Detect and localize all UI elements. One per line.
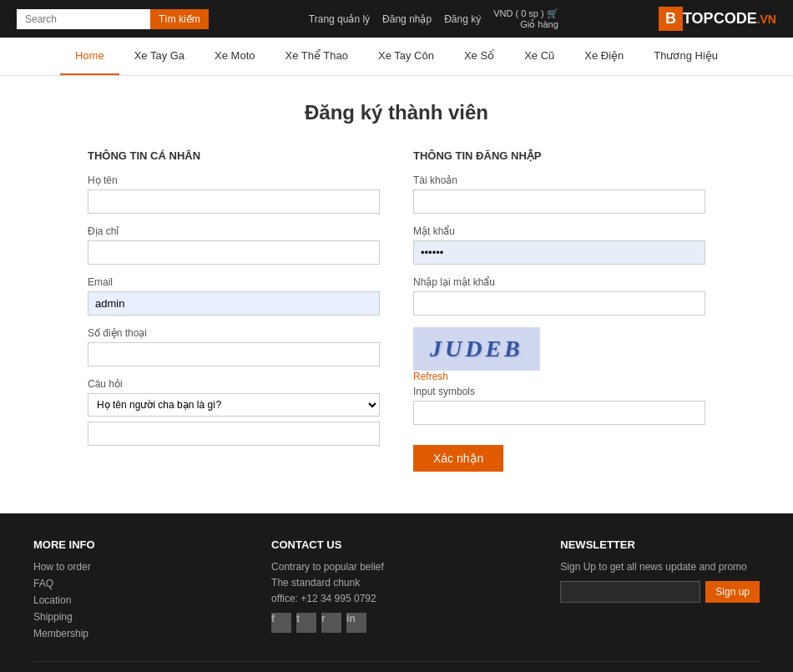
captcha-refresh-link[interactable]: Refresh (413, 371, 705, 382)
email-group: Email (88, 276, 380, 316)
footer-more-info: MORE INFO How to order FAQ Location Ship… (33, 538, 95, 644)
mat-khau-label: Mật khẩu (413, 225, 705, 237)
captcha-text: JUDEB (430, 336, 523, 361)
captcha-image: JUDEB (413, 327, 540, 371)
cau-hoi-answer-input[interactable] (88, 422, 380, 446)
cau-hoi-group: Câu hỏi Họ tên người cha bạn là gì? (88, 378, 380, 446)
mat-khau-input[interactable] (413, 240, 705, 265)
how-to-order-link[interactable]: How to order (33, 561, 95, 573)
footer-grid: MORE INFO How to order FAQ Location Ship… (33, 538, 760, 644)
search-form: Tìm kiếm (17, 9, 209, 29)
so-dien-thoai-label: Số điện thoại (88, 327, 380, 339)
dang-ky-link[interactable]: Đăng ký (444, 13, 481, 25)
footer-bottom: Copyright © TopCode.vn © 2015 New store … (33, 661, 760, 672)
mat-khau-group: Mật khẩu (413, 225, 705, 265)
dia-chi-group: Địa chỉ (88, 225, 380, 265)
twitter-icon[interactable]: t (296, 613, 316, 633)
input-symbols-label: Input symbols (413, 386, 705, 397)
nav-xe-moto[interactable]: Xe Moto (200, 38, 270, 75)
so-dien-thoai-group: Số điện thoại (88, 327, 380, 366)
header-links: Trang quản lý Đăng nhập Đăng ký VND ( 0 … (309, 8, 558, 30)
nhap-lai-mat-khau-input[interactable] (413, 291, 705, 316)
nav-xe-cu[interactable]: Xe Cũ (509, 38, 569, 75)
tai-khoan-group: Tài khoản (413, 174, 705, 214)
contact-line1: Contrary to popular belief (271, 561, 384, 573)
logo-domain: .VN (757, 13, 776, 26)
dia-chi-label: Địa chỉ (88, 225, 380, 237)
nav-xe-tay-con[interactable]: Xe Tay Côn (363, 38, 449, 75)
faq-link[interactable]: FAQ (33, 578, 95, 589)
email-label: Email (88, 276, 380, 288)
newsletter-signup-button[interactable]: Sign up (705, 581, 760, 603)
contact-title: CONTACT US (271, 538, 384, 551)
cart-info: VND ( 0 sp ) 🛒 Giỏ hàng (493, 8, 558, 30)
membership-link[interactable]: Membership (33, 628, 95, 639)
shipping-link[interactable]: Shipping (33, 611, 95, 623)
page-title: Đăng ký thành viên (88, 101, 705, 124)
site-logo[interactable]: B TOPCODE .VN (659, 7, 776, 31)
contact-line2: The standard chunk (271, 577, 384, 589)
logo-topcode: TOPCODE (683, 10, 757, 28)
footer-contact: CONTACT US Contrary to popular belief Th… (271, 538, 384, 644)
form-sections: THÔNG TIN CÁ NHÂN Họ tên Địa chỉ Email S… (88, 149, 705, 472)
linkedin-icon[interactable]: in (346, 613, 366, 633)
more-info-title: MORE INFO (33, 538, 95, 551)
footer-newsletter: NEWSLETTER Sign Up to get all news updat… (560, 538, 760, 644)
cau-hoi-select[interactable]: Họ tên người cha bạn là gì? (88, 393, 380, 417)
captcha-input[interactable] (413, 401, 705, 425)
search-input[interactable] (17, 9, 150, 29)
logo-b: B (659, 7, 683, 31)
tai-khoan-label: Tài khoản (413, 174, 705, 186)
contact-phone: office: +12 34 995 0792 (271, 593, 384, 604)
submit-button[interactable]: Xác nhận (413, 445, 503, 472)
nav-xe-dien[interactable]: Xe Điện (569, 38, 639, 75)
nhap-lai-mat-khau-label: Nhập lại mật khẩu (413, 276, 705, 288)
social-icons: f t r in (271, 613, 384, 638)
search-button[interactable]: Tìm kiếm (150, 9, 209, 29)
personal-info-section: THÔNG TIN CÁ NHÂN Họ tên Địa chỉ Email S… (88, 149, 380, 472)
email-input[interactable] (88, 291, 380, 316)
newsletter-input[interactable] (560, 581, 700, 603)
footer: MORE INFO How to order FAQ Location Ship… (0, 513, 793, 672)
trang-quan-ly-link[interactable]: Trang quản lý (309, 13, 370, 25)
nav-xe-the-thao[interactable]: Xe Thể Thao (270, 38, 363, 75)
newsletter-title: NEWSLETTER (560, 538, 760, 551)
nav-xe-so[interactable]: Xe Số (449, 38, 509, 75)
cau-hoi-label: Câu hỏi (88, 378, 380, 390)
nhap-lai-mat-khau-group: Nhập lại mật khẩu (413, 276, 705, 316)
dia-chi-input[interactable] (88, 240, 380, 265)
nav-xe-tay-ga[interactable]: Xe Tay Ga (119, 38, 200, 75)
header: Tìm kiếm Trang quản lý Đăng nhập Đăng ký… (0, 0, 793, 38)
nav-home[interactable]: Home (60, 38, 119, 75)
location-link[interactable]: Location (33, 594, 95, 606)
cart-label: Giỏ hàng (520, 19, 558, 30)
captcha-group: JUDEB Refresh Input symbols (413, 327, 705, 425)
ho-ten-input[interactable] (88, 189, 380, 214)
main-nav: Home Xe Tay Ga Xe Moto Xe Thể Thao Xe Ta… (0, 38, 793, 76)
login-section-title: THÔNG TIN ĐĂNG NHẬP (413, 149, 705, 162)
tai-khoan-input[interactable] (413, 189, 705, 214)
newsletter-description: Sign Up to get all news update and promo (560, 561, 760, 573)
so-dien-thoai-input[interactable] (88, 342, 380, 366)
ho-ten-group: Họ tên (88, 174, 380, 214)
ho-ten-label: Họ tên (88, 174, 380, 186)
personal-section-title: THÔNG TIN CÁ NHÂN (88, 149, 380, 162)
dang-nhap-link[interactable]: Đăng nhập (382, 13, 432, 25)
cart-currency: VND ( 0 sp ) 🛒 (493, 8, 558, 19)
rss-icon[interactable]: r (321, 613, 341, 633)
nav-thuong-hieu[interactable]: Thương Hiệu (639, 38, 733, 75)
facebook-icon[interactable]: f (271, 613, 291, 633)
main-content: Đăng ký thành viên THÔNG TIN CÁ NHÂN Họ … (71, 76, 722, 513)
login-info-section: THÔNG TIN ĐĂNG NHẬP Tài khoản Mật khẩu N… (413, 149, 705, 472)
newsletter-form: Sign up (560, 581, 760, 603)
